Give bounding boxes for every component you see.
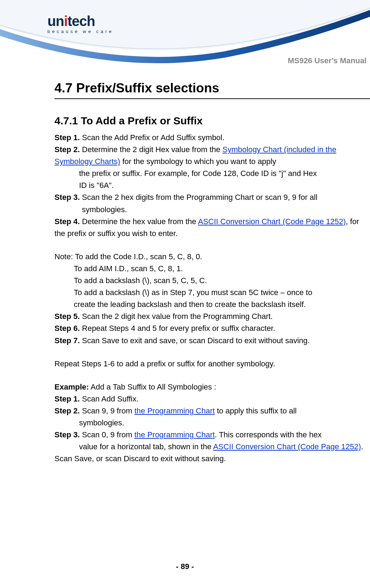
step-label: Step 4. [54,217,80,226]
page-number: - 89 - [0,562,370,571]
step-label: Step 7. [54,336,80,345]
document-page: unitech because we care MS926 User's Man… [0,0,370,588]
step-text: value for a horizontal tab, shown in the [79,442,213,451]
example-step-3: Step 3. Scan 0, 9 from the Programming C… [54,429,370,453]
step-text: Scan the 2 digit hex value from the Prog… [80,312,273,321]
section-divider [54,98,370,99]
step-text: Scan the Add Prefix or Add Suffix symbol… [80,133,225,142]
example-text: Add a Tab Suffix to All Symbologies : [89,383,216,391]
example-step-1: Step 1. Scan Add Suffix. [54,393,370,405]
logo-dot: i [64,13,67,29]
step-text: Scan 9, 9 from [80,406,134,415]
step-text: Determine the 2 digit Hex value from the [80,145,222,154]
step-5: Step 5. Scan the 2 digit hex value from … [54,311,370,322]
manual-title: MS926 User's Manual [288,56,370,65]
note-block: Note: To add the Code I.D., scan 5, C, 8… [54,251,370,311]
example-step-2: Step 2. Scan 9, 9 from the Programming C… [54,405,370,429]
step-text: Scan the 2 hex digits from the Programmi… [80,193,317,202]
step-text-cont: symbologies. [54,204,370,216]
step-text: for the symbology to which you want to a… [120,157,276,166]
step-text: Repeat Steps 4 and 5 for every prefix or… [80,324,275,333]
section-heading: 4.7 Prefix/Suffix selections [54,81,370,96]
ascii-chart-link[interactable]: ASCII Conversion Chart (Code Page 1252) [198,217,346,226]
step-text: . [361,442,363,451]
logo-tagline: because we care [47,29,113,34]
step-3: Step 3. Scan the 2 hex digits from the P… [54,191,370,215]
step-text: Scan 0, 9 from [80,430,134,439]
logo-text-part: tech [67,13,95,29]
step-label: Step 5. [54,312,80,321]
step-label: Step 3. [54,430,80,439]
step-label: Step 1. [54,394,80,403]
body-text: Step 1. Scan the Add Prefix or Add Suffi… [54,132,370,465]
step-text: Scan Add Suffix. [80,394,138,403]
note-line: To add AIM I.D., scan 5, C, 8, 1. [54,263,370,275]
logo-wordmark: unitech [47,14,113,28]
logo-text-part: un [47,13,64,29]
brand-logo: unitech because we care [47,14,113,34]
step-text: to apply this suffix to all [215,406,297,415]
step-6: Step 6. Repeat Steps 4 and 5 for every p… [54,322,370,334]
step-label: Step 3. [54,193,80,202]
step-text-cont: ID is "6A". [54,179,370,191]
step-text-cont: the prefix or suffix. For example, for C… [54,168,370,179]
step-2: Step 2. Determine the 2 digit Hex value … [54,144,370,191]
note-line: To add a backslash (\), scan 5, C, 5, C. [54,275,370,287]
step-label: Step 1. [54,133,80,142]
subsection-heading: 4.7.1 To Add a Prefix or Suffix [54,115,370,127]
step-text: . This corresponds with the hex [215,430,322,439]
step-text-cont: value for a horizontal tab, shown in the… [54,441,370,453]
programming-chart-link[interactable]: the Programming Chart [134,430,215,439]
step-label: Step 2. [54,406,80,415]
note-line: create the leading backslash and then to… [54,299,370,311]
step-text-cont: symbologies. [54,417,370,429]
step-label: Step 6. [54,324,80,333]
step-text: Determine the hex value from the [80,217,198,226]
step-text: Scan Save to exit and save, or scan Disc… [80,336,310,345]
programming-chart-link[interactable]: the Programming Chart [134,406,215,415]
note-line: To add a backslash (\) as in Step 7, you… [54,287,370,299]
page-content: 4.7 Prefix/Suffix selections 4.7.1 To Ad… [54,77,370,465]
repeat-instruction: Repeat Steps 1-6 to add a prefix or suff… [54,358,370,370]
ascii-chart-link[interactable]: ASCII Conversion Chart (Code Page 1252) [213,442,361,451]
step-1: Step 1. Scan the Add Prefix or Add Suffi… [54,132,370,144]
header-swoosh [0,0,370,77]
step-7: Step 7. Scan Save to exit and save, or s… [54,335,370,347]
final-instruction: Scan Save, or scan Discard to exit witho… [54,453,370,465]
step-label: Step 2. [54,145,80,154]
example-line: Example: Add a Tab Suffix to All Symbolo… [54,381,370,393]
note-line: Note: To add the Code I.D., scan 5, C, 8… [54,251,370,263]
step-4: Step 4. Determine the hex value from the… [54,216,370,240]
example-label: Example: [54,383,89,391]
